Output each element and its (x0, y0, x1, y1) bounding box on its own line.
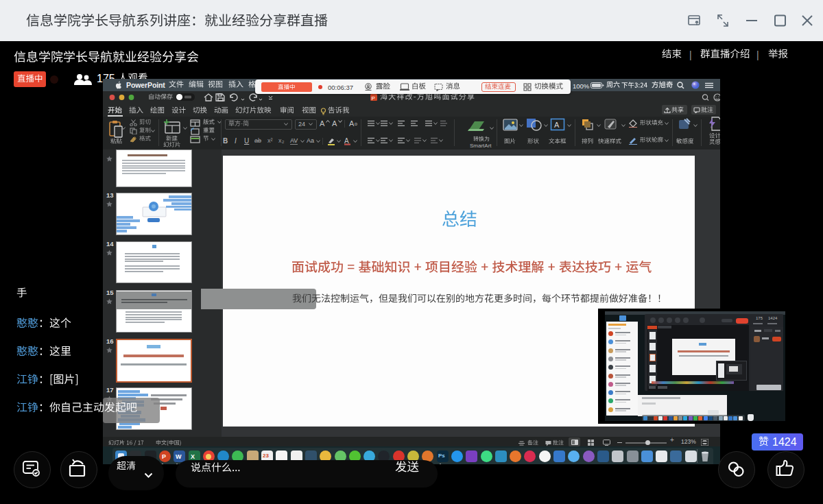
svg-text:A: A (554, 121, 560, 129)
svg-text:A: A (344, 137, 349, 145)
svg-text:P: P (372, 95, 375, 101)
